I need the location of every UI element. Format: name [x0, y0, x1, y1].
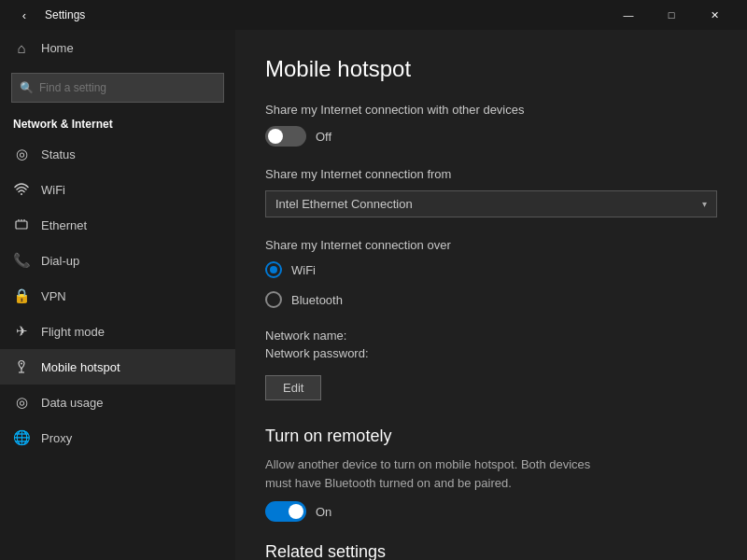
- page-title: Mobile hotspot: [265, 56, 717, 82]
- search-icon: 🔍: [20, 81, 34, 94]
- sidebar-search-box[interactable]: 🔍: [11, 73, 224, 103]
- sidebar-item-data-usage[interactable]: ◎ Data usage: [0, 385, 235, 420]
- remote-toggle-row: On: [265, 501, 717, 522]
- sidebar-section-title: Network & Internet: [0, 110, 235, 136]
- sidebar-label-mobile-hotspot: Mobile hotspot: [41, 360, 120, 374]
- remote-toggle-track: [265, 501, 306, 522]
- data-usage-icon: ◎: [13, 394, 30, 411]
- titlebar-title: Settings: [45, 8, 85, 21]
- edit-button[interactable]: Edit: [265, 375, 321, 400]
- radio-wifi-outer: [265, 261, 282, 278]
- share-from-label: Share my Internet connection from: [265, 167, 717, 181]
- maximize-button[interactable]: □: [650, 0, 693, 30]
- svg-point-5: [21, 363, 22, 365]
- radio-bluetooth-label: Bluetooth: [291, 293, 343, 307]
- sidebar-label-proxy: Proxy: [41, 431, 72, 445]
- toggle-track: [265, 126, 306, 147]
- sidebar-label-flight-mode: Flight mode: [41, 325, 105, 339]
- sidebar-item-proxy[interactable]: 🌐 Proxy: [0, 420, 235, 455]
- sidebar-label-status: Status: [41, 147, 76, 161]
- titlebar-controls: — □ ✕: [607, 0, 736, 30]
- share-toggle-label: Off: [316, 130, 331, 144]
- sidebar-label-ethernet: Ethernet: [41, 218, 87, 232]
- sidebar-label-wifi: WiFi: [41, 183, 65, 197]
- mobile-hotspot-icon: [13, 358, 30, 375]
- vpn-icon: 🔒: [13, 287, 30, 304]
- remote-toggle-thumb: [289, 504, 303, 519]
- back-button[interactable]: ‹: [11, 2, 37, 28]
- share-label: Share my Internet connection with other …: [265, 103, 717, 117]
- share-toggle[interactable]: [265, 126, 306, 147]
- flight-mode-icon: ✈: [13, 323, 30, 340]
- sidebar-item-dialup[interactable]: 📞 Dial-up: [0, 243, 235, 278]
- sidebar-item-status[interactable]: ◎ Status: [0, 136, 235, 172]
- radio-wifi[interactable]: WiFi: [265, 261, 717, 278]
- content-area: Mobile hotspot Share my Internet connect…: [235, 30, 747, 560]
- proxy-icon: 🌐: [13, 429, 30, 446]
- connection-dropdown[interactable]: Intel Ethernet Connection ▾: [265, 190, 717, 217]
- minimize-button[interactable]: —: [607, 0, 650, 30]
- remote-toggle-label: On: [316, 505, 331, 519]
- titlebar-left: ‹ Settings: [11, 2, 85, 28]
- radio-bluetooth-outer: [265, 291, 282, 308]
- sidebar-item-flight-mode[interactable]: ✈ Flight mode: [0, 314, 235, 349]
- sidebar-home-label: Home: [41, 41, 74, 55]
- radio-wifi-label: WiFi: [291, 263, 316, 277]
- share-over-label: Share my Internet connection over: [265, 238, 717, 252]
- radio-wifi-inner: [270, 266, 277, 273]
- network-info: Network name: Network password:: [265, 329, 717, 360]
- sidebar: ⌂ Home 🔍 Network & Internet ◎ Status: [0, 30, 235, 560]
- wifi-icon: [13, 181, 30, 198]
- sidebar-item-wifi[interactable]: WiFi: [0, 172, 235, 207]
- related-settings-title: Related settings: [265, 542, 717, 560]
- share-over-radio-group: WiFi Bluetooth: [265, 261, 717, 308]
- network-name-label: Network name:: [265, 329, 717, 343]
- ethernet-icon: [13, 217, 30, 233]
- sidebar-item-vpn[interactable]: 🔒 VPN: [0, 278, 235, 314]
- chevron-down-icon: ▾: [702, 199, 707, 209]
- radio-bluetooth[interactable]: Bluetooth: [265, 291, 717, 308]
- main-layout: ⌂ Home 🔍 Network & Internet ◎ Status: [0, 30, 747, 560]
- sidebar-label-dialup: Dial-up: [41, 254, 79, 268]
- network-password-label: Network password:: [265, 346, 717, 360]
- svg-rect-1: [16, 221, 27, 229]
- close-button[interactable]: ✕: [693, 0, 736, 30]
- home-icon: ⌂: [13, 39, 30, 56]
- remote-toggle[interactable]: [265, 501, 306, 522]
- sidebar-item-ethernet[interactable]: Ethernet: [0, 207, 235, 243]
- toggle-thumb: [268, 129, 283, 144]
- remote-desc: Allow another device to turn on mobile h…: [265, 455, 620, 492]
- dropdown-value: Intel Ethernet Connection: [275, 197, 695, 211]
- remote-title: Turn on remotely: [265, 427, 717, 446]
- share-toggle-row: Off: [265, 126, 717, 147]
- dialup-icon: 📞: [13, 252, 30, 269]
- svg-point-0: [21, 193, 22, 195]
- sidebar-item-home[interactable]: ⌂ Home: [0, 30, 235, 65]
- sidebar-item-mobile-hotspot[interactable]: Mobile hotspot: [0, 349, 235, 385]
- sidebar-label-data-usage: Data usage: [41, 396, 104, 410]
- sidebar-label-vpn: VPN: [41, 289, 66, 303]
- status-icon: ◎: [13, 146, 30, 162]
- search-input[interactable]: [39, 81, 216, 94]
- titlebar: ‹ Settings — □ ✕: [0, 0, 747, 30]
